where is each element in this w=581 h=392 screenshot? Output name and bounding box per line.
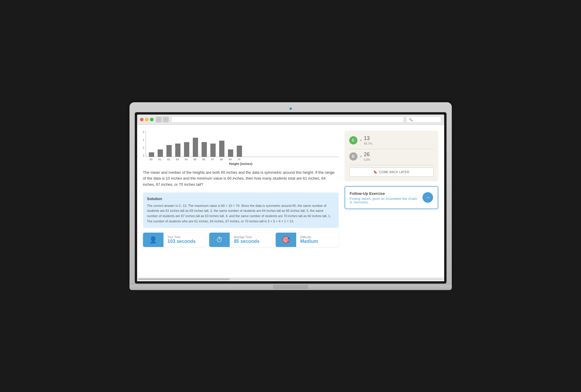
answer-circle-d: D — [349, 152, 357, 161]
solution-box: Solution The correct answer is C: 13. Th… — [143, 192, 339, 228]
x-label: 61 — [156, 157, 164, 161]
difficulty-card: 🎯 Difficulty Medium — [276, 233, 339, 247]
bar-group — [173, 144, 182, 157]
average-time-label: Average Time — [234, 236, 259, 239]
followup-box[interactable]: Follow-Up Exercise Finding Values, given… — [345, 186, 438, 209]
difficulty-value: Medium — [300, 239, 318, 244]
y-label-3: 3 — [143, 154, 144, 157]
bar-element — [184, 142, 189, 157]
bar-group — [165, 145, 173, 157]
your-time-label: Your Time — [168, 236, 196, 239]
scrollbar-thumb[interactable] — [138, 278, 230, 280]
chart-container: 3 2 1 0 — [143, 131, 339, 166]
difficulty-icon: 🎯 — [276, 233, 296, 247]
answer-letter-c: C — [352, 138, 355, 142]
x-label: 67 — [208, 157, 217, 161]
bar-group — [209, 144, 217, 157]
x-label: 65 — [191, 157, 200, 161]
followup-text: Follow-Up Exercise Finding Values, given… — [350, 191, 419, 204]
bookmark-icon: 🔖 — [373, 170, 377, 174]
followup-title: Follow-Up Exercise — [350, 191, 419, 196]
minimize-button[interactable] — [145, 118, 149, 121]
answer-x-c: × — [360, 138, 362, 143]
answer-x-d: × — [360, 154, 362, 159]
maximize-button[interactable] — [150, 118, 154, 121]
bar-element — [158, 149, 163, 157]
scrollbar-area — [137, 277, 444, 281]
laptop-camera — [289, 108, 292, 110]
bar-group — [191, 138, 200, 157]
x-label: 70 — [235, 157, 243, 161]
average-time-value: 85 seconds — [234, 239, 259, 244]
scrollbar-track[interactable] — [138, 278, 443, 280]
page-content: 3 2 1 0 — [137, 125, 444, 277]
x-label: 69 — [226, 157, 235, 161]
y-label-0: 0 — [143, 131, 144, 134]
laptop-lid: ‹ › 3 2 — [130, 102, 452, 284]
your-time-card: 👤 Your Time 103 seconds — [143, 233, 206, 247]
followup-arrow-button[interactable]: → — [422, 192, 433, 203]
laptop-shell: ‹ › 3 2 — [130, 102, 452, 290]
bar-group — [182, 142, 191, 157]
difficulty-label: Difficulty — [300, 236, 318, 239]
bar-element — [202, 142, 207, 157]
close-button[interactable] — [140, 118, 144, 121]
solution-title: Solution — [147, 197, 335, 201]
come-back-button[interactable]: 🔖 COME BACK LATER — [349, 168, 434, 177]
x-label: 63 — [173, 157, 182, 161]
answer-divider-1 — [349, 149, 434, 149]
chart-area — [146, 131, 339, 157]
bar-element — [210, 144, 216, 157]
traffic-lights — [140, 118, 154, 121]
answer-d-details: 26 5.8% — [364, 151, 371, 161]
bar-element — [237, 146, 242, 157]
answer-percent-c: 49.7% — [364, 142, 372, 145]
laptop-base — [130, 284, 452, 290]
difficulty-info: Difficulty Medium — [296, 233, 322, 247]
bar-element — [149, 152, 154, 157]
question-text: The mean and median of the heights are b… — [143, 170, 339, 188]
trackpad[interactable] — [273, 285, 308, 289]
chart-wrapper: 3 2 1 0 — [143, 131, 339, 161]
y-axis-labels: 3 2 1 0 — [143, 131, 146, 157]
bar-element — [193, 138, 198, 157]
followup-subtitle: Finding Values, given an Incomplete Bar … — [350, 197, 419, 204]
forward-button[interactable]: › — [163, 117, 169, 122]
answer-option-d: D × 26 5.8% — [349, 151, 434, 161]
y-label-2: 2 — [143, 146, 144, 149]
answer-panel: C × 13 49.7% D — [345, 131, 438, 181]
nav-arrows: ‹ › — [156, 117, 169, 122]
x-axis-title: Height (inches) — [143, 162, 339, 166]
your-time-info: Your Time 103 seconds — [163, 233, 200, 247]
answer-c-details: 13 49.7% — [364, 135, 372, 145]
answer-letter-d: D — [352, 154, 355, 158]
clock-icon: ⏱ — [216, 236, 223, 244]
bar-element — [219, 141, 224, 157]
bar-group — [226, 149, 235, 157]
solution-text: The correct answer is C: 13. The maximum… — [147, 203, 335, 224]
answer-number-d: 26 — [364, 151, 371, 158]
average-time-card: ⏱ Average Time 85 seconds — [209, 233, 272, 247]
y-label-1: 1 — [143, 138, 144, 141]
bar-group — [156, 149, 165, 157]
bar-element — [175, 144, 180, 157]
bar-group — [217, 141, 226, 157]
bar-element — [166, 145, 172, 157]
browser-window: ‹ › 3 2 — [137, 115, 444, 281]
bar-element — [228, 149, 233, 157]
screen-bezel: ‹ › 3 2 — [135, 112, 447, 284]
answer-number-c: 13 — [364, 135, 372, 142]
back-button[interactable]: ‹ — [156, 117, 162, 122]
right-panel: C × 13 49.7% D — [345, 131, 438, 271]
address-bar[interactable] — [171, 116, 404, 123]
answer-circle-c: C — [349, 136, 357, 144]
x-label: 62 — [164, 157, 173, 161]
bar-group — [235, 146, 244, 157]
x-label: 66 — [200, 157, 208, 161]
your-time-icon: 👤 — [143, 233, 163, 247]
search-input[interactable] — [406, 116, 441, 123]
stats-bar: 👤 Your Time 103 seconds ⏱ — [143, 233, 339, 247]
x-label: 68 — [217, 157, 226, 161]
gauge-icon: 🎯 — [282, 236, 290, 244]
person-icon: 👤 — [149, 236, 157, 244]
